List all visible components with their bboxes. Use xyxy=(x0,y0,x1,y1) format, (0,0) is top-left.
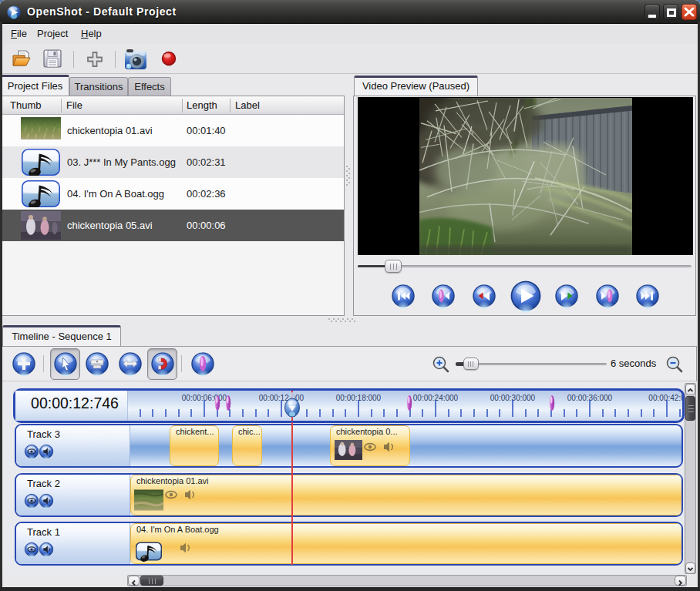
svg-text:00:00:12:746: 00:00:12:746 xyxy=(31,395,119,411)
svg-text:00:00:42:0: 00:00:42:0 xyxy=(648,394,682,402)
